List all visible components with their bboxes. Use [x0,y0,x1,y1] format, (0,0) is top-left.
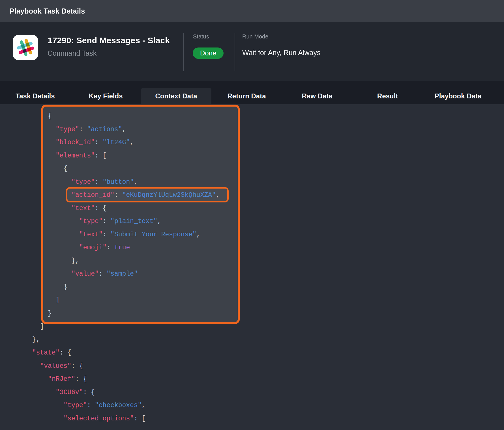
code-line: }, [24,333,220,347]
status-label: Status [193,33,209,40]
slack-icon [13,35,38,60]
code-line: } [24,307,220,320]
code-line: }, [24,254,220,268]
code-line: "text": "Submit Your Response", [24,228,220,241]
window-title-bar: Playbook Task Details [0,0,504,22]
code-line: "type": "plain_text", [24,215,220,228]
code-line: "3CU6v": { [24,386,220,399]
context-data-panel[interactable]: {"type": "actions","block_id": "lt24G","… [0,104,504,430]
tab-context-data[interactable]: Context Data [141,88,211,104]
code-line: "selected_options": [ [24,412,220,425]
window-title: Playbook Task Details [10,7,85,15]
run-mode-label: Run Mode [242,33,268,40]
tab-return-data[interactable]: Return Data [211,88,282,104]
tab-task-details[interactable]: Task Details [0,88,70,104]
tab-result[interactable]: Result [352,88,423,104]
json-code: {"type": "actions","block_id": "lt24G","… [24,110,220,425]
playbook-task-details-window: Playbook Task Details 17290: Send Messag… [0,0,504,430]
code-line: ] [24,294,220,307]
code-line: "nRJef": { [24,373,220,386]
run-mode-value: Wait for Any, Run Always [242,49,321,57]
tab-raw-data[interactable]: Raw Data [282,88,352,104]
code-line: "type": "actions", [24,123,220,136]
code-line: "value": "sample" [24,267,220,281]
status-badge: Done [193,47,224,59]
code-line: "block_id": "lt24G", [24,136,220,149]
code-line: "type": "checkboxes", [24,399,220,412]
code-line: "text": { [24,202,220,215]
code-line-action-id: "action_id": "eKuDqnzYlUqLw2SkQhuXZA", [24,189,220,202]
tab-key-fields[interactable]: Key Fields [70,88,141,104]
task-header: 17290: Send Messages - Slack Command Tas… [0,22,504,81]
code-line: ] [24,320,220,333]
code-line: { [24,162,220,176]
task-title: 17290: Send Messages - Slack [48,36,170,45]
code-line: "elements": [ [24,149,220,163]
tab-bar: Task DetailsKey FieldsContext DataReturn… [0,81,504,104]
header-divider [235,33,235,71]
tab-playbook-data[interactable]: Playbook Data [423,88,493,104]
code-line: { [24,110,220,123]
code-line: "values": { [24,360,220,373]
code-line: } [24,281,220,294]
code-line: "emoji": true [24,241,220,254]
code-line: "state": { [24,346,220,360]
task-type-label: Command Task [48,49,96,57]
code-line: "type": "button", [24,176,220,189]
header-divider [183,33,184,71]
